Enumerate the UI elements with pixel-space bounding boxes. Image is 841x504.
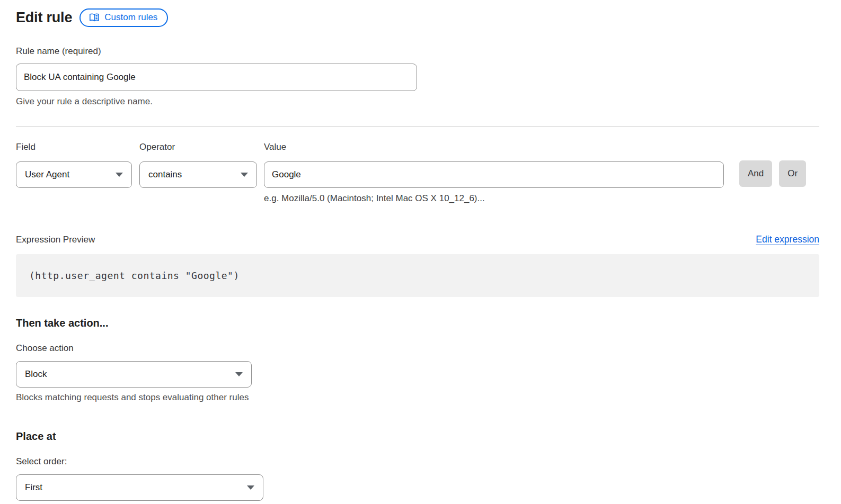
value-label: Value bbox=[264, 142, 724, 152]
action-section: Then take action... Choose action Block … bbox=[16, 317, 819, 403]
rule-name-help: Give your rule a descriptive name. bbox=[16, 96, 819, 107]
order-select[interactable]: First bbox=[16, 474, 263, 501]
value-input[interactable] bbox=[264, 161, 724, 188]
edit-expression-link[interactable]: Edit expression bbox=[756, 234, 819, 245]
placement-section: Place at Select order: First bbox=[16, 430, 819, 501]
expression-preview-section: Expression Preview Edit expression (http… bbox=[16, 234, 819, 297]
action-select[interactable]: Block bbox=[16, 361, 252, 388]
rule-name-section: Rule name (required) Give your rule a de… bbox=[16, 46, 819, 107]
page-title: Edit rule bbox=[16, 10, 72, 26]
page-header: Edit rule Custom rules bbox=[16, 8, 819, 27]
chevron-down-icon bbox=[241, 173, 248, 177]
order-select-value: First bbox=[25, 482, 42, 493]
expression-preview-label: Expression Preview bbox=[16, 235, 95, 245]
or-button[interactable]: Or bbox=[779, 160, 806, 187]
chevron-down-icon bbox=[116, 173, 123, 177]
custom-rules-badge[interactable]: Custom rules bbox=[79, 8, 168, 27]
action-help: Blocks matching requests and stops evalu… bbox=[16, 392, 819, 403]
field-label: Field bbox=[16, 142, 132, 152]
rule-name-input[interactable] bbox=[16, 64, 417, 91]
chevron-down-icon bbox=[235, 372, 243, 376]
action-select-value: Block bbox=[25, 369, 47, 380]
field-select[interactable]: User Agent bbox=[16, 161, 132, 188]
conjunction-buttons: And Or bbox=[739, 160, 806, 204]
rule-name-label: Rule name (required) bbox=[16, 46, 819, 57]
choose-action-label: Choose action bbox=[16, 343, 819, 354]
expression-preview-code: (http.user_agent contains "Google") bbox=[16, 254, 819, 297]
action-heading: Then take action... bbox=[16, 317, 819, 329]
operator-select[interactable]: contains bbox=[139, 161, 257, 188]
book-icon bbox=[89, 13, 100, 22]
section-divider bbox=[16, 127, 819, 127]
select-order-label: Select order: bbox=[16, 456, 819, 467]
expression-builder-row: Field User Agent Operator contains Value… bbox=[16, 142, 819, 204]
operator-label: Operator bbox=[139, 142, 257, 152]
field-select-value: User Agent bbox=[25, 169, 69, 180]
operator-select-value: contains bbox=[148, 169, 182, 180]
custom-rules-badge-label: Custom rules bbox=[104, 12, 157, 23]
value-help: e.g. Mozilla/5.0 (Macintosh; Intel Mac O… bbox=[264, 193, 724, 204]
placement-heading: Place at bbox=[16, 430, 819, 443]
edit-rule-page: Edit rule Custom rules Rule name (requir… bbox=[16, 0, 819, 501]
and-button[interactable]: And bbox=[739, 160, 772, 187]
chevron-down-icon bbox=[247, 485, 254, 490]
